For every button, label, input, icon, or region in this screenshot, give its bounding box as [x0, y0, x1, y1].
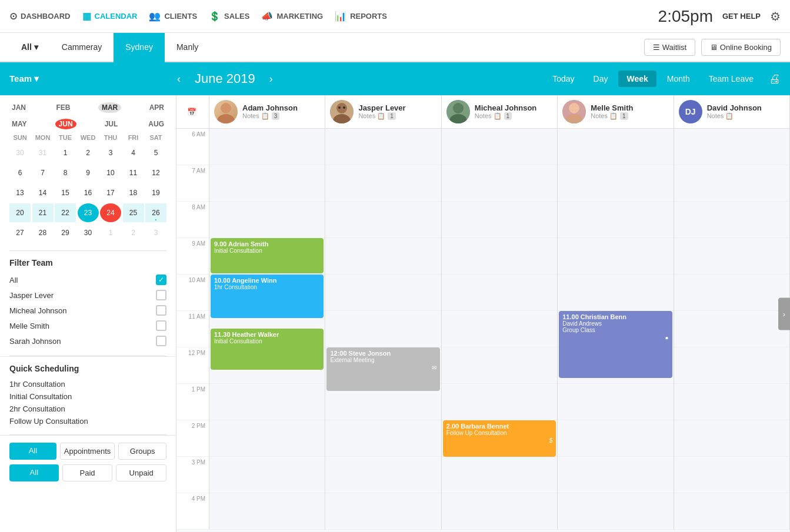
filter-checkbox-micheal[interactable]	[156, 305, 166, 316]
cal-day[interactable]: 13	[9, 183, 31, 202]
tab-all-appts[interactable]: All	[9, 443, 56, 460]
team-button[interactable]: Team ▾	[9, 73, 39, 84]
cal-day[interactable]: 9	[78, 163, 99, 182]
filter-checkbox-all[interactable]: ✓	[156, 275, 166, 285]
cal-day[interactable]: 1	[100, 223, 121, 242]
cal-day[interactable]: 28	[32, 223, 54, 242]
row-adam-8[interactable]	[209, 202, 325, 238]
cal-day[interactable]: 30	[9, 143, 31, 162]
tab-paid[interactable]: Paid	[62, 464, 113, 481]
tab-unpaid[interactable]: Unpaid	[116, 464, 166, 481]
appt-christian-benn[interactable]: 11.00 Christian Benn David Andrews Group…	[559, 311, 672, 378]
row-adam-7[interactable]	[209, 165, 325, 202]
col-melle[interactable]: 11.00 Christian Benn David Andrews Group…	[558, 129, 674, 530]
appt-angeline-winn[interactable]: 10.00 Angeline Winn 1hr Consultation	[211, 275, 324, 318]
view-today[interactable]: Today	[544, 71, 582, 87]
expand-arrow[interactable]: ›	[778, 297, 790, 330]
row-adam-4[interactable]	[209, 493, 325, 530]
tab-appointments[interactable]: Appointments	[60, 443, 115, 460]
cal-day[interactable]: 2	[78, 143, 99, 162]
cal-day[interactable]: 8	[55, 163, 76, 182]
cal-day-today[interactable]: 24	[100, 203, 121, 222]
cal-day[interactable]: 14	[32, 183, 54, 202]
nav-dashboard[interactable]: ⊙ DASHBOARD	[9, 8, 71, 24]
settings-icon[interactable]: ⚙	[770, 9, 781, 24]
month-apr[interactable]: APR	[147, 102, 166, 113]
cal-day[interactable]: 29	[55, 223, 76, 242]
cal-day[interactable]: 18	[123, 183, 144, 202]
cal-day[interactable]: 30	[78, 223, 99, 242]
quick-sched-2hr[interactable]: 2hr Consultation	[9, 403, 166, 415]
row-adam-1[interactable]	[209, 384, 325, 420]
appt-adrian-smith[interactable]: 9.00 Adrian Smith Initial Consultation	[211, 238, 324, 273]
cal-day[interactable]: 16	[78, 183, 99, 202]
row-adam-3[interactable]	[209, 457, 325, 493]
col-david[interactable]	[674, 129, 790, 530]
filter-checkbox-sarah[interactable]	[156, 336, 166, 346]
month-jun[interactable]: JUN	[55, 119, 76, 129]
tab-sydney[interactable]: Sydney	[114, 33, 165, 62]
cal-day[interactable]: 25	[123, 203, 144, 222]
nav-calendar[interactable]: ▦ CALENDAR	[82, 8, 138, 24]
tab-all[interactable]: All ▾	[9, 33, 50, 62]
cal-day[interactable]: 3	[145, 223, 166, 242]
cal-day[interactable]: 1	[55, 143, 76, 162]
view-team-leave[interactable]: Team Leave	[701, 71, 762, 87]
cal-day[interactable]: 26	[145, 203, 166, 222]
month-jan[interactable]: JAN	[9, 102, 28, 113]
col-jasper[interactable]: 12:00 Steve Jonson External Meeting ✉	[325, 129, 441, 530]
cal-day[interactable]: 6	[9, 163, 31, 182]
cal-day[interactable]: 21	[32, 203, 54, 222]
filter-checkbox-jasper[interactable]	[156, 290, 166, 300]
view-day[interactable]: Day	[585, 71, 616, 87]
month-may[interactable]: MAY	[9, 119, 29, 129]
get-help-button[interactable]: GET HELP	[722, 12, 761, 21]
nav-marketing[interactable]: 📣 MARKETING	[261, 8, 323, 24]
cal-day[interactable]: 7	[32, 163, 54, 182]
quick-sched-initial[interactable]: Initial Consultation	[9, 390, 166, 403]
next-month-button[interactable]: ›	[265, 71, 278, 88]
cal-day[interactable]: 4	[123, 143, 144, 162]
print-button[interactable]: 🖨	[769, 72, 781, 86]
cal-day[interactable]: 3	[100, 143, 121, 162]
cal-day[interactable]: 15	[55, 183, 76, 202]
month-aug[interactable]: AUG	[146, 119, 166, 129]
prev-month-button[interactable]: ‹	[172, 71, 185, 88]
cal-day[interactable]: 23	[78, 203, 99, 222]
cal-day[interactable]: 5	[145, 143, 166, 162]
cal-day[interactable]: 2	[123, 223, 144, 242]
quick-sched-1hr[interactable]: 1hr Consultation	[9, 378, 166, 390]
cal-day[interactable]: 11	[123, 163, 144, 182]
tab-cammeray[interactable]: Cammeray	[50, 33, 114, 62]
month-mar[interactable]: MAR	[98, 102, 121, 113]
row-adam-6[interactable]	[209, 129, 325, 165]
view-week[interactable]: Week	[618, 71, 656, 87]
nav-reports[interactable]: 📊 REPORTS	[335, 8, 387, 24]
view-month[interactable]: Month	[659, 71, 698, 87]
appt-barbara-bennet[interactable]: 2.00 Barbara Bennet Follow Up Consultati…	[443, 420, 556, 457]
col-adam[interactable]: 9.00 Adrian Smith Initial Consultation 1…	[209, 129, 325, 530]
row-adam-2[interactable]	[209, 420, 325, 457]
tab-manly[interactable]: Manly	[165, 33, 210, 62]
cal-day[interactable]: 31	[32, 143, 54, 162]
cal-day[interactable]: 12	[145, 163, 166, 182]
tab-groups[interactable]: Groups	[118, 443, 166, 460]
quick-sched-followup[interactable]: Follow Up Consultation	[9, 415, 166, 427]
month-jul[interactable]: JUL	[102, 119, 121, 129]
cal-day[interactable]: 27	[9, 223, 31, 242]
appt-steve-jonson[interactable]: 12:00 Steve Jonson External Meeting ✉	[326, 347, 439, 391]
nav-clients[interactable]: 👥 CLIENTS	[149, 8, 197, 24]
cal-day[interactable]: 20	[9, 203, 31, 222]
online-booking-button[interactable]: 🖥 Online Booking	[701, 39, 781, 56]
waitlist-button[interactable]: ☰ Waitlist	[644, 39, 695, 56]
appt-heather-walker[interactable]: 11.30 Heather Walker Initial Consultatio…	[211, 329, 324, 370]
cal-day[interactable]: 22	[55, 203, 76, 222]
cal-day[interactable]: 17	[100, 183, 121, 202]
nav-sales[interactable]: 💲 SALES	[209, 8, 249, 24]
cal-day[interactable]: 19	[145, 183, 166, 202]
tab-all-paid[interactable]: All	[9, 464, 59, 481]
col-micheal[interactable]: 2.00 Barbara Bennet Follow Up Consultati…	[442, 129, 558, 530]
filter-checkbox-melle[interactable]	[156, 320, 166, 331]
cal-day[interactable]: 10	[100, 163, 121, 182]
month-feb[interactable]: FEB	[54, 102, 72, 113]
